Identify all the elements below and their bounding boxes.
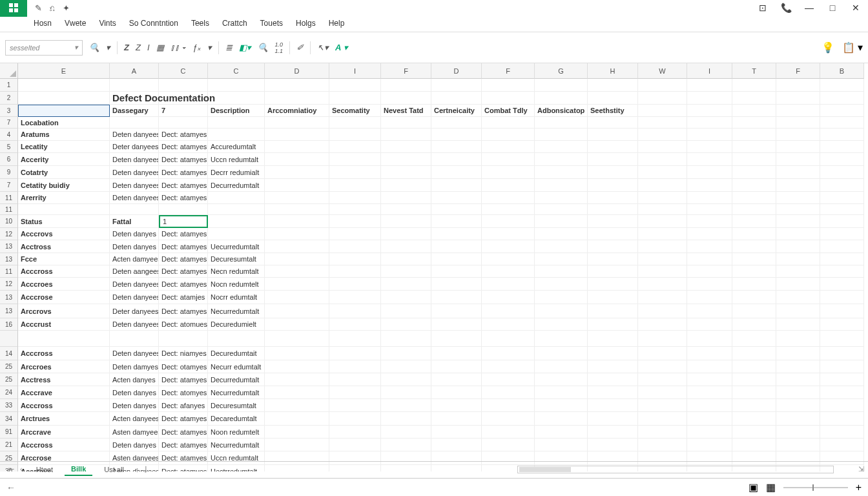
cell[interactable]: [820, 141, 864, 153]
cell[interactable]: Noon redumtelt: [208, 426, 265, 439]
cell[interactable]: [732, 215, 776, 228]
cell[interactable]: [18, 105, 110, 117]
cell[interactable]: Combat Tdly: [482, 105, 535, 117]
cell[interactable]: [776, 412, 820, 426]
cell[interactable]: 1: [159, 215, 208, 228]
cell[interactable]: [265, 360, 329, 373]
cell[interactable]: [732, 265, 776, 278]
sheet-tab[interactable]: Ust all: [98, 464, 130, 475]
cell[interactable]: Acccrust: [18, 318, 110, 331]
cell[interactable]: [431, 373, 482, 386]
cell[interactable]: [588, 179, 638, 192]
cell[interactable]: [431, 304, 482, 318]
cell[interactable]: Acccross: [18, 399, 110, 412]
cell[interactable]: [265, 166, 329, 179]
cell[interactable]: [431, 347, 482, 360]
cell[interactable]: [687, 347, 732, 360]
cell[interactable]: [732, 291, 776, 304]
minimize-icon[interactable]: —: [803, 3, 815, 13]
cell[interactable]: [820, 304, 864, 318]
row-header[interactable]: 9: [0, 166, 18, 179]
cell[interactable]: [329, 228, 381, 240]
cell[interactable]: [482, 129, 535, 141]
cell[interactable]: Decrr redumialt: [208, 166, 265, 179]
cell[interactable]: [638, 105, 687, 117]
cell[interactable]: [732, 105, 776, 117]
cell[interactable]: [776, 129, 820, 141]
cell[interactable]: [482, 373, 535, 386]
cell[interactable]: Deter danyees: [110, 141, 159, 153]
cell[interactable]: Asten damyees: [110, 426, 159, 439]
cell[interactable]: [110, 204, 159, 215]
cell[interactable]: [638, 79, 687, 92]
view-icon[interactable]: ▣: [749, 481, 758, 493]
cell[interactable]: [535, 92, 588, 105]
cell[interactable]: Dect: atamyes: [159, 240, 208, 253]
cell[interactable]: [265, 215, 329, 228]
cell[interactable]: [687, 92, 732, 105]
column-header[interactable]: C: [208, 63, 265, 79]
cell[interactable]: [381, 291, 431, 304]
cell[interactable]: [535, 215, 588, 228]
cell[interactable]: [329, 386, 381, 399]
cell[interactable]: [329, 331, 381, 347]
cell[interactable]: Decaredumtalt: [208, 412, 265, 426]
cell[interactable]: [159, 331, 208, 347]
row-header[interactable]: 11: [0, 265, 18, 278]
cell[interactable]: [820, 192, 864, 204]
cell[interactable]: Deten danyees: [110, 153, 159, 166]
cell[interactable]: [431, 278, 482, 291]
cell[interactable]: [732, 204, 776, 215]
cell[interactable]: [776, 179, 820, 192]
cell[interactable]: [638, 166, 687, 179]
cell[interactable]: [431, 240, 482, 253]
dock-icon[interactable]: ⊡: [757, 3, 769, 13]
column-header[interactable]: I: [687, 63, 732, 79]
cell[interactable]: [535, 192, 588, 204]
cell[interactable]: [535, 439, 588, 451]
cell[interactable]: [265, 204, 329, 215]
italic-icon[interactable]: Z: [136, 43, 141, 52]
cell[interactable]: [820, 253, 864, 265]
cell[interactable]: Dect: niamyes: [159, 347, 208, 360]
cell[interactable]: Deten danyees: [110, 192, 159, 204]
cell[interactable]: Fattal: [110, 215, 159, 228]
back-icon[interactable]: ←: [6, 482, 16, 493]
lightbulb-icon[interactable]: 💡: [822, 41, 834, 54]
cell[interactable]: [381, 412, 431, 426]
cell[interactable]: [687, 360, 732, 373]
menu-item[interactable]: Hosn: [34, 19, 52, 28]
cell[interactable]: [381, 153, 431, 166]
row-header[interactable]: 13: [0, 304, 18, 318]
cell[interactable]: [638, 253, 687, 265]
cell[interactable]: [776, 117, 820, 129]
cell[interactable]: [535, 228, 588, 240]
cell[interactable]: [732, 399, 776, 412]
cell[interactable]: [588, 79, 638, 92]
cell[interactable]: [110, 117, 159, 129]
cell[interactable]: [535, 129, 588, 141]
cell[interactable]: [431, 386, 482, 399]
cell[interactable]: [381, 228, 431, 240]
cell[interactable]: [776, 360, 820, 373]
cell[interactable]: [265, 426, 329, 439]
cell[interactable]: [431, 129, 482, 141]
cell[interactable]: [381, 439, 431, 451]
cell[interactable]: [482, 399, 535, 412]
cell[interactable]: [431, 439, 482, 451]
cell[interactable]: [431, 141, 482, 153]
cell[interactable]: [638, 291, 687, 304]
cell[interactable]: [265, 291, 329, 304]
cell[interactable]: [588, 92, 638, 105]
cell[interactable]: [732, 439, 776, 451]
cell[interactable]: [687, 215, 732, 228]
cell[interactable]: [687, 240, 732, 253]
cell[interactable]: Lecatity: [18, 141, 110, 153]
cell[interactable]: [776, 141, 820, 153]
cell[interactable]: [265, 253, 329, 265]
cell[interactable]: Cotatrty: [18, 166, 110, 179]
cell[interactable]: Deten aangees: [110, 265, 159, 278]
row-header[interactable]: 25: [0, 373, 18, 386]
cell[interactable]: [776, 304, 820, 318]
cell[interactable]: [431, 92, 482, 105]
